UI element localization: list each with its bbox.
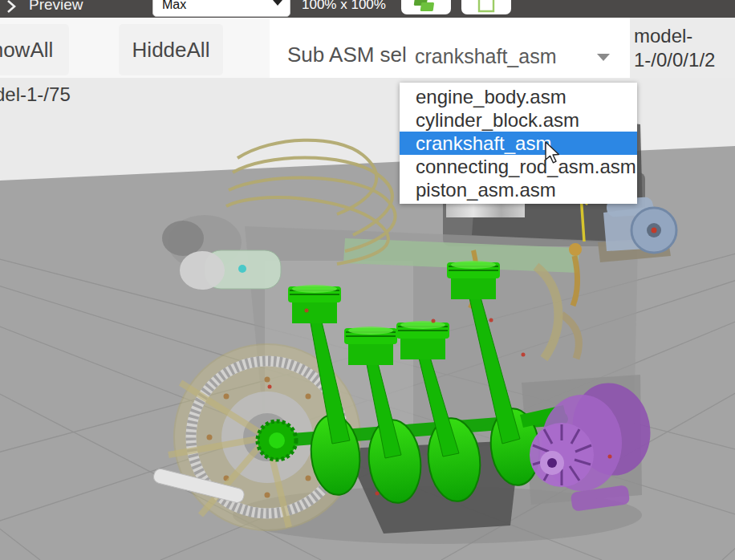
copy-button[interactable]: [401, 0, 451, 14]
copy-shapes-icon: [412, 0, 440, 16]
header-bar: Preview Max 100% x 100%: [0, 0, 735, 18]
quality-select[interactable]: Max: [152, 0, 290, 17]
select-caret-icon[interactable]: [597, 54, 610, 61]
sub-asm-select-value[interactable]: crankshaft_asm: [415, 45, 556, 68]
chevron-down-icon: [273, 0, 282, 6]
open-box-icon: [474, 0, 498, 16]
container-button[interactable]: [461, 0, 511, 14]
dropdown-item[interactable]: connecting_rod_asm.asm: [400, 155, 637, 178]
model-path-label: model-1-/0/0/1/2: [630, 18, 735, 78]
hide-all-button[interactable]: HiddeAll: [119, 24, 223, 75]
collapse-chevron-icon[interactable]: [6, 0, 17, 14]
sub-asm-label: Sub ASM sel: [287, 43, 407, 67]
sub-asm-dropdown-menu: engine_body.asmcylinder_block.asmcranksh…: [400, 83, 637, 204]
page-title: Preview: [29, 0, 83, 14]
model-version-label: del-1-/75: [0, 83, 71, 106]
preview-window: Preview Max 100% x 100% howAll HiddeAll …: [0, 0, 735, 560]
dropdown-item[interactable]: crankshaft_asm: [400, 132, 637, 155]
dropdown-item[interactable]: piston_asm.asm: [400, 178, 637, 201]
show-all-button[interactable]: howAll: [0, 24, 69, 75]
toolbar: howAll HiddeAll Sub ASM sel crankshaft_a…: [0, 18, 735, 78]
quality-select-value: Max: [162, 0, 186, 12]
dropdown-item[interactable]: engine_body.asm: [400, 85, 637, 108]
resolution-label: 100% x 100%: [302, 0, 386, 14]
dropdown-item[interactable]: cylinder_block.asm: [400, 108, 637, 132]
